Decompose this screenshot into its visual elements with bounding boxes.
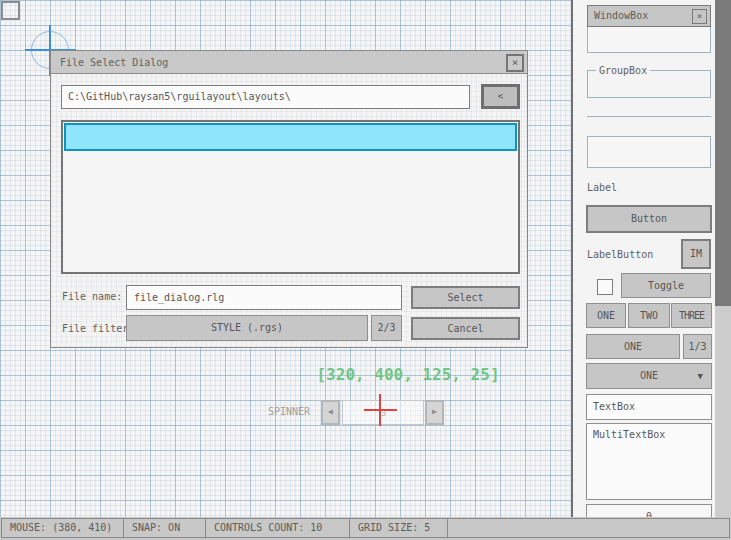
palette-togglegroup-one[interactable]: ONE — [586, 303, 626, 328]
spinner-right-arrow-icon[interactable]: ▶ — [425, 400, 444, 425]
file-name-label: File name: — [62, 291, 122, 302]
status-controls-count: CONTROLS COUNT: 10 — [205, 518, 350, 538]
palette-imagebutton[interactable]: IM — [681, 239, 711, 269]
cancel-button[interactable]: Cancel — [411, 317, 520, 340]
back-button[interactable]: < — [481, 84, 520, 109]
palette-multitextbox[interactable]: MultiTextBox — [586, 423, 712, 500]
palette-togglegroup-three[interactable]: THREE — [671, 303, 712, 328]
palette-groupbox[interactable]: GroupBox — [587, 70, 711, 98]
file-listview[interactable] — [61, 120, 520, 274]
dialog-title: File Select Dialog — [51, 51, 527, 74]
palette-windowbox-body — [587, 27, 711, 53]
palette-textbox[interactable]: TextBox — [586, 394, 712, 420]
close-icon[interactable]: × — [506, 54, 524, 72]
ref-window-anchor[interactable] — [1, 1, 20, 20]
tracking-rect-coordinates: [320, 400, 125, 25] — [310, 365, 506, 384]
palette-toggle[interactable]: Toggle — [621, 273, 711, 298]
controls-palette-sidebar: WindowBox × GroupBox Label Button LabelB… — [571, 0, 715, 517]
path-textbox[interactable]: C:\GitHub\raysan5\rguilayout\layouts\ — [61, 85, 470, 109]
palette-checkbox[interactable] — [597, 279, 613, 295]
mouse-cursor-crosshair-v — [379, 394, 381, 426]
spinner-left-arrow-icon[interactable]: ◀ — [321, 400, 340, 425]
palette-line[interactable] — [587, 116, 711, 117]
palette-combobox-pages[interactable]: 1/3 — [683, 334, 712, 359]
spinner-label: SPINNER — [268, 406, 310, 417]
palette-label[interactable]: Label — [587, 182, 617, 193]
palette-windowbox-titlebar: WindowBox × — [587, 5, 711, 27]
palette-togglegroup-two[interactable]: TWO — [628, 303, 670, 328]
file-name-input[interactable]: file_dialog.rlg — [126, 285, 402, 310]
palette-windowbox-close-icon: × — [692, 9, 707, 24]
palette-dropdown-value: ONE — [640, 370, 658, 381]
scrollbar-thumb[interactable] — [715, 0, 731, 306]
palette-valuebox[interactable]: 0 — [586, 504, 712, 517]
status-grid-size: GRID SIZE: 5 — [349, 518, 448, 538]
file-filter-dropdown[interactable]: STYLE (.rgs) — [126, 315, 368, 341]
chevron-down-icon: ▼ — [698, 364, 703, 388]
select-button[interactable]: Select — [411, 286, 520, 309]
status-snap: SNAP: ON — [123, 518, 206, 538]
listview-selected-item[interactable] — [64, 123, 517, 151]
palette-combobox[interactable]: ONE — [586, 334, 680, 359]
palette-dropdownbox[interactable]: ONE ▼ — [586, 363, 712, 389]
palette-labelbutton[interactable]: LabelButton — [587, 249, 653, 260]
palette-windowbox[interactable]: WindowBox × — [587, 5, 711, 53]
dialog-titlebar[interactable]: File Select Dialog × — [51, 51, 527, 74]
status-bar: MOUSE: (380, 410) SNAP: ON CONTROLS COUN… — [0, 517, 731, 540]
palette-button[interactable]: Button — [586, 205, 712, 233]
file-select-dialog-window[interactable]: File Select Dialog × C:\GitHub\raysan5\r… — [50, 50, 528, 348]
sidebar-scrollbar[interactable] — [715, 0, 731, 517]
status-segment-empty — [447, 518, 730, 538]
status-mouse-position: MOUSE: (380, 410) — [1, 518, 124, 538]
file-filter-label: File filter: — [62, 323, 134, 334]
filter-pages-indicator: 2/3 — [371, 315, 402, 341]
palette-panel[interactable] — [587, 136, 711, 168]
palette-groupbox-label: GroupBox — [596, 65, 650, 76]
